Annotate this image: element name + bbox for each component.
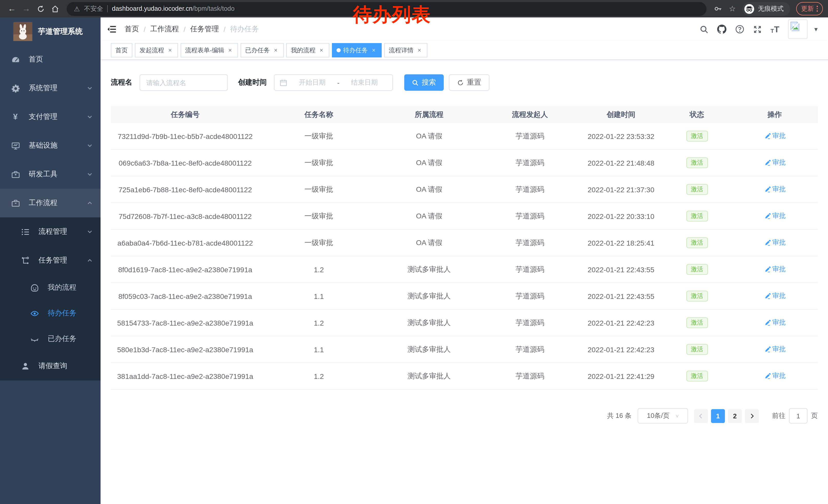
annotation-title: 待办列表 <box>353 4 431 27</box>
cell-process: OA 请假 <box>378 203 480 229</box>
approve-button[interactable]: 审批 <box>763 291 786 301</box>
cell-status: 激活 <box>662 149 732 176</box>
approve-button[interactable]: 审批 <box>763 212 786 221</box>
chevron-down-icon <box>87 85 93 91</box>
close-icon[interactable]: × <box>273 47 279 54</box>
approve-button[interactable]: 审批 <box>763 345 786 354</box>
calendar-icon <box>280 79 287 86</box>
tab-my-process[interactable]: 我的流程× <box>286 43 329 57</box>
sidebar: 芋道管理系统 首页系统管理¥支付管理基础设施研发工具工作流程流程管理任务管理我的… <box>0 17 100 504</box>
screen: 待办列表 ← → ⚠ 不安全 dashboard.yudao.iocoder.c… <box>0 0 828 504</box>
table-row: 069c6a63-7b8a-11ec-8ef0-acde48001122一级审批… <box>111 149 818 176</box>
avatar-caret-icon[interactable]: ▼ <box>813 26 819 32</box>
approve-button[interactable]: 审批 <box>763 265 786 274</box>
breadcrumb-home[interactable]: 首页 <box>125 25 139 34</box>
cell-initiator: 芋道源码 <box>480 229 580 256</box>
page-size-select[interactable]: 10条/页 ˅ <box>638 408 688 423</box>
font-size-icon[interactable]: TT <box>771 25 779 34</box>
cell-task-name: 1.1 <box>259 283 378 310</box>
approve-button[interactable]: 审批 <box>763 158 786 168</box>
cell-create-time: 2022-01-21 22:42:23 <box>580 336 662 363</box>
browser-back-icon[interactable]: ← <box>5 2 18 15</box>
close-icon[interactable]: × <box>318 47 325 54</box>
sidebar-item-done-task[interactable]: 已办任务 <box>0 326 100 352</box>
tab-process-detail[interactable]: 流程详情× <box>384 43 427 57</box>
close-icon[interactable]: × <box>370 47 377 54</box>
cell-create-time: 2022-01-22 21:48:48 <box>580 149 662 176</box>
browser-menu-icon[interactable] <box>817 6 818 12</box>
sidebar-item-my-process[interactable]: 我的流程 <box>0 275 100 301</box>
table-row: 580e1b3d-7ac8-11ec-a9e2-a2380e71991a1.1测… <box>111 336 818 363</box>
bookmark-star-icon[interactable]: ☆ <box>726 2 739 15</box>
tab-home[interactable]: 首页 <box>111 43 132 57</box>
page-1-button[interactable]: 1 <box>711 409 725 423</box>
sidebar-item-label: 流程管理 <box>38 227 67 236</box>
active-dot <box>336 48 341 52</box>
close-icon[interactable]: × <box>416 47 423 54</box>
prev-page-button[interactable] <box>694 409 708 423</box>
table-row: 8f059c03-7ac8-11ec-a9e2-a2380e71991a1.1测… <box>111 283 818 310</box>
key-icon[interactable] <box>711 2 724 15</box>
tab-process-form-edit[interactable]: 流程表单-编辑× <box>180 43 238 57</box>
avatar[interactable] <box>788 19 808 39</box>
start-date-placeholder: 开始日期 <box>289 78 335 87</box>
date-range-picker[interactable]: 开始日期 - 结束日期 <box>274 74 393 91</box>
close-icon[interactable]: × <box>167 47 173 54</box>
approve-button[interactable]: 审批 <box>763 371 786 381</box>
cell-actions: 审批 <box>732 310 818 336</box>
breadcrumb-workflow[interactable]: 工作流程 <box>150 25 179 34</box>
close-icon[interactable]: × <box>227 47 234 54</box>
approve-button[interactable]: 审批 <box>763 185 786 194</box>
filter-row: 流程名 创建时间 开始日期 - 结束日期 <box>111 74 818 91</box>
browser-reload-icon[interactable] <box>34 2 47 15</box>
sidebar-item-label: 任务管理 <box>38 256 67 265</box>
fullscreen-icon[interactable] <box>753 25 762 34</box>
sidebar-collapse-icon[interactable] <box>107 25 117 33</box>
cell-task-id: 069c6a63-7b8a-11ec-8ef0-acde48001122 <box>111 149 259 176</box>
user-icon <box>20 362 30 370</box>
tab-start-process[interactable]: 发起流程× <box>135 43 178 57</box>
browser-update-button[interactable]: 更新 <box>796 2 823 15</box>
search-button[interactable]: 搜索 <box>404 74 444 91</box>
help-icon[interactable] <box>735 25 744 34</box>
page-buttons: 12 <box>711 409 742 423</box>
approve-button[interactable]: 审批 <box>763 318 786 327</box>
cell-task-name: 一级审批 <box>259 149 378 176</box>
approve-button[interactable]: 审批 <box>763 132 786 141</box>
cell-status: 激活 <box>662 256 732 283</box>
github-icon[interactable] <box>717 25 727 34</box>
sidebar-item-infrastructure[interactable]: 基础设施 <box>0 131 100 160</box>
sidebar-item-label: 研发工具 <box>29 170 57 179</box>
search-icon[interactable] <box>700 25 708 34</box>
cell-task-name: 一级审批 <box>259 203 378 229</box>
browser-forward-icon[interactable]: → <box>19 2 33 15</box>
approve-button[interactable]: 审批 <box>763 238 786 247</box>
browser-home-icon[interactable] <box>48 2 61 15</box>
cell-task-name: 一级审批 <box>259 123 378 149</box>
sidebar-item-todo-task[interactable]: 待办任务 <box>0 301 100 326</box>
sidebar-item-home[interactable]: 首页 <box>0 45 100 74</box>
tab-todo-task[interactable]: 待办任务× <box>332 43 382 57</box>
sidebar-item-dev-tools[interactable]: 研发工具 <box>0 160 100 189</box>
cell-create-time: 2022-01-21 22:42:23 <box>580 310 662 336</box>
next-page-button[interactable] <box>745 409 759 423</box>
reset-button[interactable]: 重置 <box>449 74 489 91</box>
sidebar-item-workflow[interactable]: 工作流程 <box>0 189 100 217</box>
sidebar-item-task-management[interactable]: 任务管理 <box>0 246 100 275</box>
breadcrumb-task-management[interactable]: 任务管理 <box>190 25 219 34</box>
sidebar-item-system-management[interactable]: 系统管理 <box>0 74 100 102</box>
sidebar-item-leave-query[interactable]: 请假查询 <box>0 352 100 380</box>
cell-task-id: 725a1eb6-7b88-11ec-8ef0-acde48001122 <box>111 176 259 203</box>
goto-page-input[interactable] <box>789 408 808 423</box>
chevron-up-icon <box>87 258 93 264</box>
sidebar-item-payment-management[interactable]: ¥支付管理 <box>0 102 100 131</box>
sidebar-item-label: 首页 <box>29 55 43 64</box>
edit-icon <box>763 133 770 139</box>
edit-icon <box>763 293 770 300</box>
page-2-button[interactable]: 2 <box>728 409 742 423</box>
tab-done-task[interactable]: 已办任务× <box>241 43 284 57</box>
edit-icon <box>763 346 770 353</box>
sidebar-item-process-management[interactable]: 流程管理 <box>0 217 100 246</box>
cell-actions: 审批 <box>732 283 818 310</box>
process-name-input[interactable] <box>139 74 228 91</box>
